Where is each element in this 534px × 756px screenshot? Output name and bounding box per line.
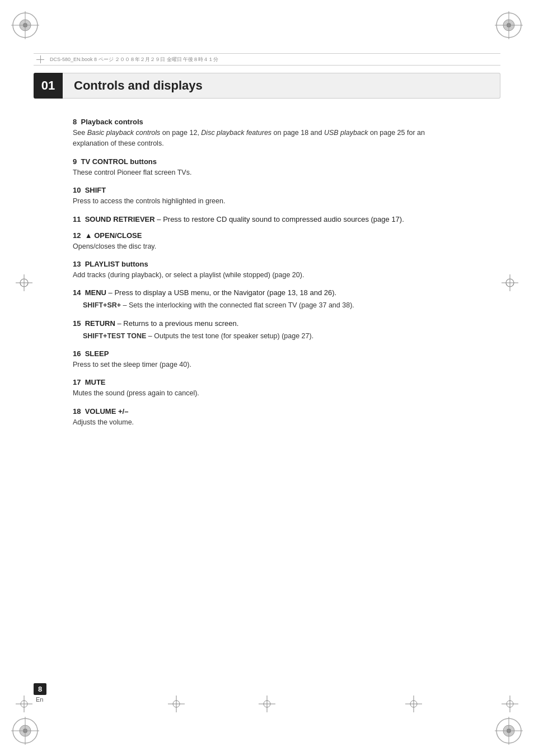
page-language: En <box>36 696 43 703</box>
section-16-body: Press to set the sleep timer (page 40). <box>73 360 461 370</box>
section-15: 15 RETURN – Returns to a previous menu s… <box>73 319 461 342</box>
section-18-header: 18 VOLUME +/– <box>73 407 461 416</box>
section-18-body: Adjusts the volume. <box>73 417 461 428</box>
section-9-header: 9 TV CONTROL buttons <box>73 157 461 166</box>
corner-decoration-bottom-left <box>11 711 45 745</box>
section-8-body: See Basic playback controls on page 12, … <box>73 128 461 150</box>
corner-decoration-top-left <box>11 11 45 45</box>
section-17-body: Mutes the sound (press again to cancel). <box>73 388 461 399</box>
section-11-header: 11 SOUND RETRIEVER – Press to restore CD… <box>73 215 461 223</box>
section-18: 18 VOLUME +/– Adjusts the volume. <box>73 407 461 428</box>
corner-decoration-bottom-right <box>489 711 523 745</box>
section-13-header: 13 PLAYLIST buttons <box>73 260 461 268</box>
corner-decoration-top-right <box>489 11 523 45</box>
section-8: 8 Playback controls See Basic playback c… <box>73 118 461 150</box>
section-14-subitem: SHIFT+SR+ – Sets the interlocking with t… <box>83 300 461 311</box>
section-12-body: Opens/closes the disc tray. <box>73 241 461 252</box>
bottom-right-crosshair <box>502 696 518 714</box>
section-9: 9 TV CONTROL buttons These control Pione… <box>73 157 461 178</box>
section-15-header: 15 RETURN – Returns to a previous menu s… <box>73 319 461 328</box>
section-13: 13 PLAYLIST buttons Add tracks (during p… <box>73 260 461 281</box>
bottom-mid-left-crosshair <box>168 696 185 714</box>
section-9-body: These control Pioneer flat screen TVs. <box>73 167 461 178</box>
section-14-header: 14 MENU – Press to display a USB menu, o… <box>73 288 461 297</box>
header-file-info: DCS-580_EN.book 8 ページ ２００８年２月２９日 金曜日 午後８… <box>50 56 218 63</box>
section-12-header: 12 ▲ OPEN/CLOSE <box>73 231 461 240</box>
chapter-header: 01 Controls and displays <box>34 73 500 99</box>
left-mid-crosshair <box>16 274 32 293</box>
page-number: 8 <box>34 683 46 695</box>
header-cross-left <box>36 55 44 63</box>
main-content: 8 Playback controls See Basic playback c… <box>73 118 461 436</box>
section-16: 16 SLEEP Press to set the sleep timer (p… <box>73 349 461 370</box>
section-13-body: Add tracks (during playback), or select … <box>73 270 461 281</box>
chapter-number: 01 <box>34 73 63 99</box>
section-12: 12 ▲ OPEN/CLOSE Opens/closes the disc tr… <box>73 231 461 252</box>
chapter-title: Controls and displays <box>74 78 203 93</box>
section-11: 11 SOUND RETRIEVER – Press to restore CD… <box>73 215 461 223</box>
page-number-area: 8 En <box>34 683 46 703</box>
section-8-header: 8 Playback controls <box>73 118 461 126</box>
header-line: DCS-580_EN.book 8 ページ ２００８年２月２９日 金曜日 午後８… <box>34 53 500 66</box>
section-10-body: Press to access the controls highlighted… <box>73 196 461 207</box>
bottom-center-crosshair <box>259 696 275 714</box>
section-10-header: 10 SHIFT <box>73 186 461 194</box>
section-14: 14 MENU – Press to display a USB menu, o… <box>73 288 461 311</box>
right-mid-crosshair <box>502 274 518 293</box>
section-17: 17 MUTE Mutes the sound (press again to … <box>73 378 461 399</box>
chapter-title-box: Controls and displays <box>63 73 500 99</box>
section-16-header: 16 SLEEP <box>73 349 461 358</box>
bottom-mid-right-crosshair <box>405 696 422 714</box>
bottom-left-crosshair <box>16 696 32 714</box>
section-10: 10 SHIFT Press to access the controls hi… <box>73 186 461 207</box>
section-17-header: 17 MUTE <box>73 378 461 386</box>
section-15-subitem: SHIFT+TEST TONE – Outputs the test tone … <box>83 331 461 342</box>
